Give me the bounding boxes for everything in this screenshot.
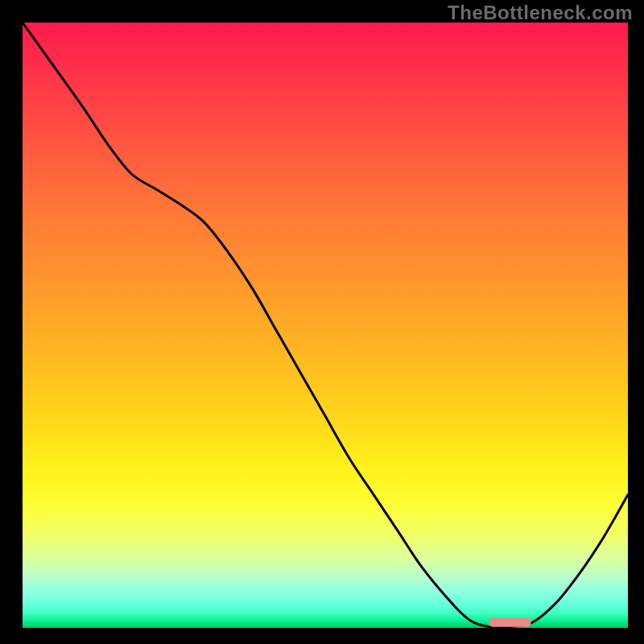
- optimum-marker: [489, 618, 531, 627]
- curve-layer: [23, 23, 628, 628]
- watermark-text: TheBottleneck.com: [448, 2, 633, 24]
- chart-frame: TheBottleneck.com: [0, 0, 644, 644]
- bottleneck-curve-path: [23, 23, 628, 627]
- plot-area: [23, 23, 628, 628]
